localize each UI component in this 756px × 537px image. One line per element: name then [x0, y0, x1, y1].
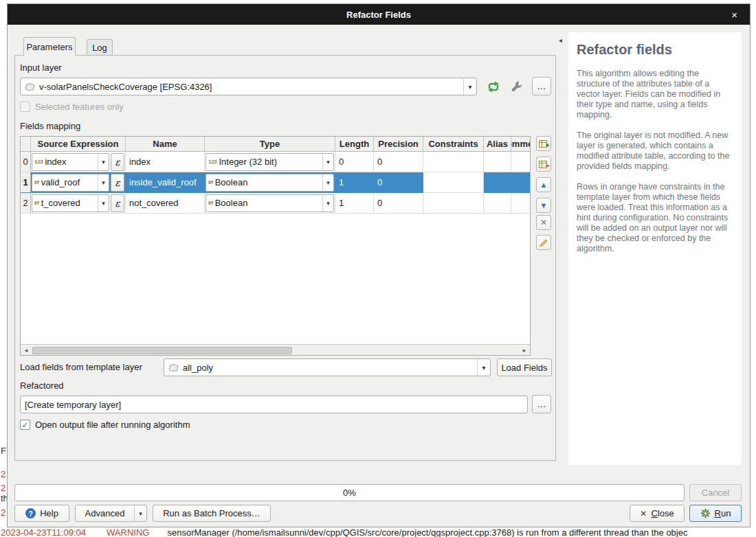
- arrow-down-icon: ▼: [540, 201, 548, 209]
- iterate-layer-button[interactable]: [485, 78, 502, 95]
- open-output-checkbox[interactable]: ✓ Open output file after running algorit…: [20, 420, 190, 430]
- field-length-cell[interactable]: 1: [335, 193, 374, 214]
- field-type-value: Boolean: [215, 177, 248, 187]
- table-plus-icon: [539, 139, 549, 148]
- field-constraints-cell[interactable]: [423, 152, 484, 172]
- table-row: 0 123 index ▾ ε index 123 Integer (32 bi…: [21, 152, 530, 172]
- field-precision-cell[interactable]: 0: [374, 193, 423, 214]
- chevron-down-icon: ▾: [98, 195, 109, 212]
- background-log-line: 2023-04-23T11:09:04WARNINGsensorManager …: [1, 527, 756, 537]
- run-as-batch-button[interactable]: Run as Batch Process…: [153, 505, 271, 522]
- cancel-button[interactable]: Cancel: [689, 484, 742, 501]
- chevron-down-icon: ▾: [322, 195, 333, 212]
- field-type-combo[interactable]: t/f Boolean ▾: [205, 194, 334, 212]
- field-type-combo[interactable]: t/f Boolean ▾: [205, 174, 334, 192]
- help-button[interactable]: ? Help: [14, 505, 69, 522]
- reset-fields-button[interactable]: ✕: [536, 215, 551, 230]
- field-type-icon: t/f: [208, 200, 213, 206]
- input-layer-combo[interactable]: v-solarPanelsCheckCoverage [EPSG:4326] ▾: [20, 78, 477, 95]
- layer-icon: [168, 363, 179, 372]
- open-output-label: Open output file after running algorithm: [35, 420, 190, 430]
- dialog-title: Refactor Fields: [346, 10, 411, 20]
- table-row: 2 t/f t_covered ▾ ε not_covered t/f Bool…: [21, 193, 530, 214]
- remove-field-button[interactable]: [536, 157, 551, 172]
- scrollbar-right-arrow[interactable]: ▸: [519, 345, 530, 355]
- screen: F 2 2 th 2 2023-04-23T11:09:04WARNINGsen…: [0, 0, 756, 537]
- help-panel: Refactor fields This algorithm allows ed…: [568, 32, 742, 465]
- scrollbar-thumb[interactable]: [32, 347, 292, 354]
- source-expression-value: t_covered: [41, 198, 80, 208]
- input-layer-label: Input layer: [20, 62, 62, 73]
- field-length-cell[interactable]: 0: [335, 152, 374, 172]
- close-button[interactable]: ✕ Close: [630, 505, 685, 522]
- field-type-icon: t/f: [208, 179, 213, 185]
- scrollbar-left-arrow[interactable]: ◂: [21, 345, 32, 355]
- field-type-combo[interactable]: 123 Integer (32 bit) ▾: [205, 153, 334, 171]
- refactored-label: Refactored: [20, 380, 64, 391]
- run-button[interactable]: Run: [689, 505, 742, 522]
- horizontal-scrollbar[interactable]: ◂ ▸: [21, 344, 530, 355]
- field-name-cell[interactable]: index: [126, 152, 205, 172]
- field-comment-cell[interactable]: [511, 172, 530, 193]
- advanced-button[interactable]: Advanced ▾: [75, 505, 147, 522]
- log-level: WARNING: [107, 527, 149, 537]
- background-log-fragment: 2: [1, 483, 5, 493]
- help-paragraph: Rows in orange have constraints in the t…: [577, 182, 732, 254]
- field-comment-cell[interactable]: [511, 193, 530, 214]
- selected-features-checkbox[interactable]: Selected features only: [20, 102, 124, 112]
- field-type-value: Boolean: [215, 198, 248, 208]
- chevron-down-icon: ▾: [463, 78, 476, 95]
- expression-builder-button[interactable]: ε: [111, 194, 124, 212]
- source-expression-combo[interactable]: t/f valid_roof ▾: [32, 174, 109, 192]
- load-fields-button[interactable]: Load Fields: [497, 358, 552, 376]
- field-precision-cell[interactable]: 0: [374, 172, 423, 193]
- field-name-cell[interactable]: not_covered: [126, 193, 205, 214]
- field-constraints-cell[interactable]: [423, 172, 484, 193]
- field-name-cell[interactable]: inside_valid_roof: [126, 172, 205, 193]
- log-message: sensorManager (/home/ismailsunni/dev/cpp…: [167, 527, 687, 537]
- chevron-down-icon: ▾: [477, 359, 490, 376]
- output-browse-button[interactable]: …: [532, 395, 551, 413]
- input-layer-value: v-solarPanelsCheckCoverage [EPSG:4326]: [39, 82, 212, 92]
- column-header: Constraints: [423, 137, 484, 151]
- chevron-down-icon: ▾: [322, 154, 333, 170]
- run-button-label: Run: [715, 508, 731, 518]
- tab-parameters[interactable]: Parameters: [23, 37, 76, 56]
- column-header: Name: [126, 137, 205, 151]
- move-up-button[interactable]: ▲: [536, 177, 551, 192]
- chevron-down-icon: ▾: [98, 174, 109, 191]
- row-number[interactable]: 1: [21, 172, 31, 193]
- field-comment-cell[interactable]: [511, 152, 530, 172]
- move-down-button[interactable]: ▼: [536, 198, 551, 213]
- checkbox-box: [20, 102, 30, 112]
- invert-selection-button[interactable]: [536, 235, 551, 250]
- advanced-dropdown-arrow[interactable]: ▾: [134, 505, 146, 521]
- field-precision-cell[interactable]: 0: [374, 152, 423, 172]
- field-alias-cell[interactable]: [484, 152, 511, 172]
- input-layer-browse-button[interactable]: …: [532, 77, 551, 95]
- pencil-icon: [540, 238, 548, 247]
- advanced-options-button[interactable]: [508, 78, 526, 95]
- output-path-input[interactable]: [Create temporary layer]: [20, 396, 528, 413]
- field-constraints-cell[interactable]: [423, 193, 484, 214]
- chevron-down-icon: ▾: [322, 174, 333, 191]
- arrow-up-icon: ▲: [540, 181, 548, 189]
- template-layer-combo[interactable]: all_poly ▾: [164, 358, 491, 376]
- tab-log[interactable]: Log: [87, 39, 113, 56]
- add-field-button[interactable]: [536, 136, 551, 151]
- field-length-cell[interactable]: 1: [335, 172, 374, 193]
- row-number[interactable]: 0: [21, 152, 31, 172]
- field-alias-cell[interactable]: [484, 172, 511, 193]
- source-expression-combo[interactable]: 123 index ▾: [32, 153, 109, 171]
- source-expression-combo[interactable]: t/f t_covered ▾: [32, 194, 109, 212]
- collapse-help-panel-button[interactable]: ◂: [559, 36, 562, 44]
- field-type-icon: t/f: [34, 179, 39, 185]
- expression-builder-button[interactable]: ε: [111, 174, 124, 192]
- titlebar-close-button[interactable]: ×: [731, 9, 737, 21]
- row-number[interactable]: 2: [21, 193, 31, 214]
- checkbox-box: ✓: [20, 420, 30, 430]
- field-alias-cell[interactable]: [484, 193, 511, 214]
- expression-builder-button[interactable]: ε: [111, 153, 124, 171]
- dialog-titlebar[interactable]: Refactor Fields ×: [8, 4, 750, 25]
- column-header: Precision: [374, 137, 423, 151]
